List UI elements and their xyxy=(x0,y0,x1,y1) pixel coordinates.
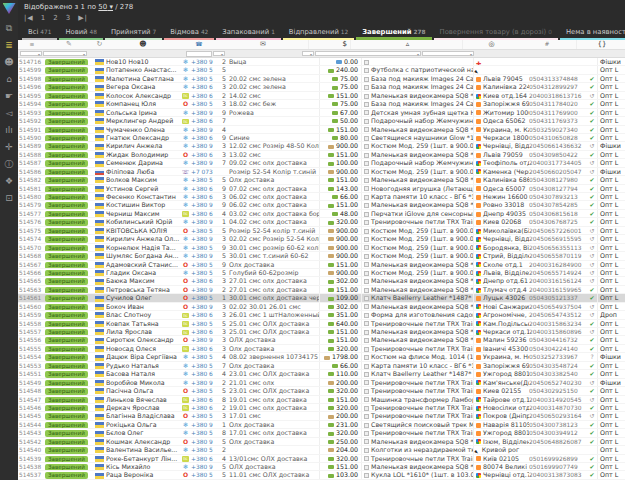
ttn-number[interactable]: 20450656915595 xyxy=(529,235,587,242)
customer-phone[interactable]: +380 9 xyxy=(191,218,218,225)
customer-phone[interactable]: +380 9 xyxy=(191,303,218,310)
table-row[interactable]: 514558 Завершений Ковпак Татьяна lic +38… xyxy=(18,320,625,328)
customer-phone[interactable]: +380 6 xyxy=(191,151,218,158)
customer-phone[interactable]: +380 6 xyxy=(191,83,218,90)
ttn-number[interactable]: 0504302925150 xyxy=(529,387,587,394)
table-row[interactable]: 514554 Завершений Дацюк Віра Сергіївна ❄… xyxy=(18,353,625,361)
customer-phone[interactable]: +380 5 xyxy=(191,320,218,327)
customer-phone[interactable]: +380 5 xyxy=(191,176,218,183)
ttn-number[interactable]: 0504304224140 xyxy=(529,345,587,352)
megaphone-icon[interactable]: ◅ xyxy=(0,105,18,122)
app-logo-icon[interactable] xyxy=(3,3,16,14)
customer-phone[interactable]: +380 6 xyxy=(191,277,218,284)
ttn-number[interactable]: 0504305121337 xyxy=(529,294,587,301)
product-icon[interactable]: ▵ xyxy=(350,40,462,49)
video-icon[interactable]: ⊡ xyxy=(0,190,18,207)
ttn-number[interactable] xyxy=(529,446,587,453)
ttn-number[interactable]: 0504312899297 xyxy=(529,83,587,90)
tab-Прийнятий[interactable]: Прийнятий7 xyxy=(105,26,162,40)
tab-Новий[interactable]: Новий48 xyxy=(59,26,103,40)
customer-phone[interactable]: +380 5 xyxy=(191,446,218,453)
customer-phone[interactable]: +380 5 xyxy=(191,244,218,251)
ttn-number[interactable]: 20450654743512 xyxy=(529,311,587,318)
pager-page-3[interactable]: 3 xyxy=(66,13,71,24)
ttn-number[interactable]: 20450656355113 xyxy=(529,244,587,251)
clients-icon[interactable]: ☻ xyxy=(0,54,18,71)
table-row[interactable]: 514557 Завершений Лила Ярослав lic +380 … xyxy=(18,328,625,336)
ttn-number[interactable]: 0504300394912 xyxy=(529,429,587,436)
ttn-number[interactable]: 0501699926899 xyxy=(529,455,587,462)
ttn-number[interactable]: 20400314870730 xyxy=(529,404,587,411)
table-row[interactable]: 514587 Завершений Семенюк Дарина ❄ +380 … xyxy=(18,159,625,167)
city-filter-dropdown[interactable]: ▾ xyxy=(422,51,474,56)
page-size-dropdown[interactable]: 50 ▾ xyxy=(98,3,113,11)
table-row[interactable]: 514555 Завершений Новосад Олеся lic +380… xyxy=(18,345,625,353)
status-icon[interactable]: ✎ xyxy=(45,40,93,49)
table-row[interactable]: 514598 Завершений Малютина Светлана ❄ +3… xyxy=(18,75,625,83)
customer-phone[interactable]: +380 9 xyxy=(191,438,218,445)
ttn-number[interactable]: 0504310650828 xyxy=(529,134,587,141)
customer-phone[interactable]: +380 5 xyxy=(191,353,218,360)
customer-phone[interactable]: +380 9 xyxy=(191,235,218,242)
table-row[interactable]: 514591 Завершений Чумаченко Олена ❄ +380… xyxy=(18,126,625,134)
ttn-number[interactable]: 20400316156124 xyxy=(529,277,587,284)
customer-phone[interactable]: +380 5 xyxy=(191,387,218,394)
ttn-icon[interactable]: # xyxy=(518,40,576,49)
table-row[interactable]: 514559 Завершений Влас Слотноу lic +380 … xyxy=(18,311,625,319)
pager-page-1[interactable]: 1 xyxy=(41,13,46,24)
status-filter-dropdown[interactable]: ▾ xyxy=(43,51,87,56)
stats-chart-icon[interactable]: ılı xyxy=(0,122,18,139)
customer-phone[interactable]: +380 9 xyxy=(191,286,218,293)
tab-Завершений[interactable]: Завершений278 xyxy=(356,26,431,40)
ttn-number[interactable]: 0504313374848 xyxy=(529,75,587,82)
ttn-number[interactable]: 0504309850422 xyxy=(529,151,587,158)
customer-phone[interactable]: +380 6 xyxy=(191,311,218,318)
table-row[interactable]: 514553 Завершений Рудько Наталья ❄ +380 … xyxy=(18,362,625,370)
table-row[interactable]: 514588 Завершений Жидак Володимир O +380… xyxy=(18,151,625,159)
customer-phone[interactable]: +380 6 xyxy=(191,404,218,411)
customer-phone[interactable]: +380 9 xyxy=(191,58,218,65)
table-row[interactable]: 514575 Завершений КВІТОВСЬКА ЮЛІЯ O +380… xyxy=(18,227,625,235)
ttn-number[interactable]: 20450648826087 xyxy=(529,438,587,445)
customer-phone[interactable]: +380 5 xyxy=(191,227,218,234)
table-row[interactable]: 514567 Завершений Адамовский Станис... O… xyxy=(18,261,625,269)
ttn-number[interactable]: 0503252733967 xyxy=(529,353,587,360)
order-id-icon[interactable]: ≡ xyxy=(18,40,45,49)
customer-phone[interactable]: +380 6 xyxy=(191,185,218,192)
table-row[interactable]: 514538 Завершений Кісь Михайло ❄ +380 9 … xyxy=(18,463,625,471)
ttn-number[interactable]: 0504311769900 xyxy=(529,109,587,116)
customer-phone[interactable]: +380 6 xyxy=(191,396,218,403)
ttn-number[interactable]: 0504308127980 xyxy=(529,176,587,183)
table-row[interactable]: 514539 Завершений Роке-Бетанкурт Лін... … xyxy=(18,455,625,463)
customer-phone[interactable]: +7 073 xyxy=(191,168,218,175)
customer-phone[interactable]: +380 6 xyxy=(191,328,218,335)
tab-Всі[interactable]: Всі471 xyxy=(22,26,57,40)
table-row[interactable]: 514542 Завершений Кошмак Александр O +38… xyxy=(18,438,625,446)
customer-phone[interactable]: +380 6 xyxy=(191,92,218,99)
phone-filter-input[interactable] xyxy=(186,51,212,57)
customer-phone[interactable]: +380 9 xyxy=(191,421,218,428)
comment-icon[interactable]: ✉ xyxy=(218,40,308,49)
ttn-number[interactable]: 0504307893213 xyxy=(529,193,587,200)
product-filter-dropdown[interactable]: ▾ xyxy=(315,51,421,56)
ttn-number[interactable]: 0504311784020 xyxy=(529,100,587,107)
orders-list-icon[interactable]: ≣ xyxy=(0,37,18,54)
customer-phone[interactable]: +380 6 xyxy=(191,345,218,352)
table-row[interactable]: 514574 Завершений Кирилич Анжела Ол... ❄… xyxy=(18,235,625,243)
table-row[interactable]: 514543 Завершений Бєлов Олег ❄ +380 5 8 … xyxy=(18,429,625,437)
table-row[interactable]: 514561 Завершений Сучилов Олег O +380 5 … xyxy=(18,294,625,302)
table-row[interactable]: 514580 Завершений Фесенко Константин ❄ +… xyxy=(18,193,625,201)
customer-phone[interactable]: +380 6 xyxy=(191,117,218,124)
ttn-number[interactable]: 0501699907749 xyxy=(529,463,587,470)
table-row[interactable]: 514540 Завершений Валентина Василье... ❄… xyxy=(18,446,625,454)
pager-last[interactable]: ▶| xyxy=(78,13,88,24)
table-row[interactable]: 514582 Завершений Волков Максим ❄ +380 5… xyxy=(18,176,625,184)
table-row[interactable]: 514570 Завершений Корнелюк Надія Та... ❄… xyxy=(18,244,625,252)
customer-phone[interactable]: +380 5 xyxy=(191,362,218,369)
table-row[interactable]: 514579 Завершений Костишин Виктор ❄ +380… xyxy=(18,201,625,209)
phone-icon[interactable]: ☎ xyxy=(180,40,218,49)
ttn-number[interactable]: 20400316159965 xyxy=(529,286,587,293)
ttn-number[interactable]: 20400317734405 xyxy=(529,159,587,166)
ttn-number[interactable]: 0504300738123 xyxy=(529,421,587,428)
table-row[interactable]: 514563 Завершений Петровська Тетяна O +3… xyxy=(18,286,625,294)
